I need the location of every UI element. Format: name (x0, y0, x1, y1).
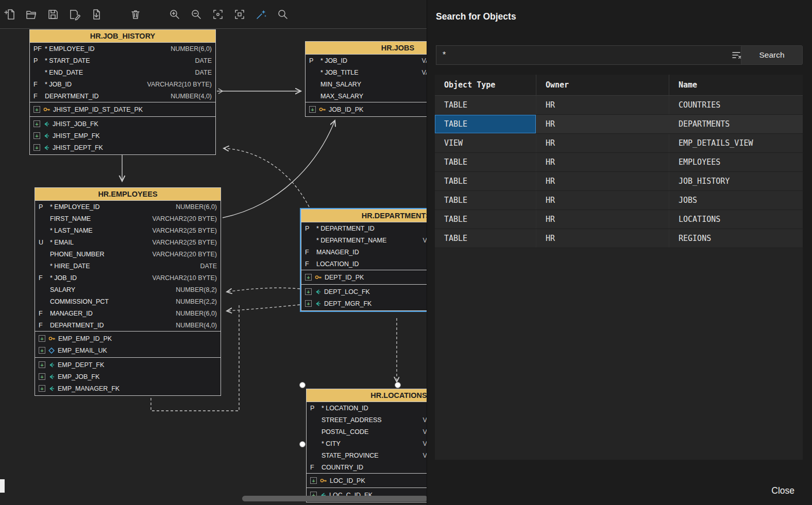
expand-icon[interactable]: + (33, 144, 40, 151)
result-row[interactable]: VIEWHREMP_DETAILS_VIEW (435, 134, 803, 153)
key-flag: P (39, 203, 50, 211)
column-row: P* START_DATEDATE (30, 55, 215, 66)
key-flag: F (310, 464, 322, 471)
zoom-out-button[interactable] (190, 8, 203, 21)
selection-handle[interactable] (395, 382, 401, 388)
column-name: * DEPARTMENT_NAME (316, 237, 386, 244)
result-row[interactable]: TABLEHRJOBS (435, 191, 803, 210)
entity-title: HR.LOCATIONS (307, 389, 427, 402)
column-row: * LAST_NAMEVARCHAR2(25 BYTE) (35, 224, 221, 236)
horizontal-scrollbar[interactable] (0, 495, 427, 502)
zoom-in-button[interactable] (168, 8, 181, 21)
result-owner: HR (536, 172, 669, 190)
col-name[interactable]: Name (669, 75, 803, 95)
result-row[interactable]: TABLEHRDEPARTMENTS (435, 115, 803, 134)
result-row[interactable]: TABLEHRJOB_HISTORY (435, 172, 803, 191)
key-flag: F (39, 322, 50, 329)
search-button[interactable]: Search (741, 45, 803, 65)
column-name: MIN_SALARY (320, 81, 361, 88)
column-type: DATE (190, 69, 212, 76)
expand-icon[interactable]: + (33, 132, 40, 139)
column-type: VARCHAR2(12 BYTE) (418, 428, 427, 436)
constraint-row: +JOB_ID_PK (306, 103, 427, 115)
expand-icon[interactable]: + (39, 361, 45, 368)
column-name: SALARY (50, 286, 75, 293)
auto-layout-wand-button[interactable] (255, 8, 268, 21)
column-row: F* JOB_IDVARCHAR2(10 BYTE) (35, 272, 221, 284)
column-type: NUMBER(6,0) (171, 203, 217, 211)
column-row: PF* EMPLOYEE_IDNUMBER(6,0) (30, 43, 215, 55)
toolbar (0, 0, 427, 29)
expand-icon[interactable]: + (33, 120, 40, 127)
column-row: MIN_SALARYNUMBER(6,0) (306, 78, 427, 90)
col-object-type[interactable]: Object Type (435, 75, 536, 95)
selection-handle[interactable] (300, 382, 306, 388)
expand-icon[interactable]: + (305, 300, 312, 307)
expand-icon[interactable]: + (39, 347, 45, 354)
save-as-button[interactable] (68, 8, 81, 21)
column-name: DEPARTMENT_ID (50, 322, 104, 329)
expand-icon[interactable]: + (309, 106, 316, 113)
column-row: P* JOB_IDVARCHAR2(10 BYTE) (306, 55, 427, 66)
entity-hr-employees[interactable]: HR.EMPLOYEESP* EMPLOYEE_IDNUMBER(6,0)FIR… (35, 187, 221, 396)
delete-button[interactable] (129, 8, 142, 21)
zoom-to-fit-button[interactable] (233, 8, 246, 21)
entity-title: HR.JOBS (306, 42, 427, 55)
expand-icon[interactable]: + (305, 288, 312, 295)
zoom-to-fit-selection-button[interactable] (211, 8, 225, 21)
column-row: FDEPARTMENT_IDNUMBER(4,0) (30, 90, 215, 102)
scrollbar-thumb[interactable] (242, 496, 427, 501)
uk-icon (48, 347, 55, 354)
wire-dept-jhist (224, 148, 309, 207)
column-type: VARCHAR2(25 BYTE) (147, 239, 217, 246)
search-input[interactable] (436, 50, 728, 60)
constraint-row: +EMP_DEPT_FK (35, 359, 221, 371)
constraint-row: +DEPT_LOC_FK (301, 286, 427, 298)
expand-icon[interactable]: + (39, 335, 45, 342)
new-diagram-button[interactable] (3, 8, 16, 21)
result-name: COUNTRIES (669, 96, 803, 114)
constraint-row: +EMP_JOB_FK (35, 371, 221, 382)
column-type: VARCHAR2(25 BYTE) (147, 227, 217, 234)
expand-icon[interactable]: + (305, 274, 312, 281)
column-name: PHONE_NUMBER (50, 251, 105, 258)
result-row[interactable]: TABLEHREMPLOYEES (435, 153, 803, 172)
expand-icon[interactable]: + (310, 477, 317, 484)
column-row: FCOUNTRY_IDCHAR(2 BYTE) (307, 461, 427, 473)
column-name: COUNTRY_ID (322, 464, 363, 471)
result-name: EMPLOYEES (669, 153, 803, 171)
column-row: FMANAGER_IDNUMBER(6,0) (301, 246, 427, 258)
column-row: * DEPARTMENT_NAMEVARCHAR2(30 BYTE) (301, 234, 427, 246)
entity-hr-jobs[interactable]: HR.JOBSP* JOB_IDVARCHAR2(10 BYTE)* JOB_T… (305, 41, 427, 117)
entity-hr-departments[interactable]: HR.DEPARTMENTSP* DEPARTMENT_IDNUMBER(4,0… (301, 209, 427, 311)
expand-icon[interactable]: + (33, 106, 40, 113)
expand-icon[interactable]: + (39, 385, 45, 392)
expand-icon[interactable]: + (39, 373, 45, 380)
export-report-button[interactable] (90, 8, 103, 21)
result-row[interactable]: TABLEHRLOCATIONS (435, 210, 803, 229)
close-button[interactable]: Close (768, 485, 798, 497)
column-name: * START_DATE (45, 57, 90, 64)
result-row[interactable]: TABLEHRREGIONS (435, 229, 803, 248)
key-flag: F (33, 81, 45, 88)
column-row: * END_DATEDATE (30, 66, 215, 78)
column-type: DATE (195, 263, 217, 270)
entity-hr-job-history[interactable]: HR.JOB_HISTORYPF* EMPLOYEE_IDNUMBER(6,0)… (29, 29, 216, 155)
pk-icon (48, 335, 55, 342)
diagram-canvas[interactable]: HR.JOB_HISTORYPF* EMPLOYEE_IDNUMBER(6,0)… (0, 0, 427, 505)
result-row[interactable]: TABLEHRCOUNTRIES (435, 96, 803, 115)
constraint-name: JHIST_EMP_ID_ST_DATE_PK (53, 106, 143, 113)
find-button[interactable] (276, 8, 290, 21)
column-name: * JOB_ID (45, 81, 72, 88)
results-body: TABLEHRCOUNTRIESTABLEHRDEPARTMENTSVIEWHR… (435, 96, 803, 248)
open-button[interactable] (25, 8, 38, 21)
entity-hr-locations[interactable]: HR.LOCATIONSP* LOCATION_IDNUMBER(4,0)STR… (306, 389, 427, 502)
save-button[interactable] (46, 8, 60, 21)
result-object-type: VIEW (435, 134, 536, 152)
wire-dept-emp-2 (227, 305, 300, 311)
selection-handle[interactable] (300, 442, 306, 447)
constraint-row: +LOC_ID_PK (307, 475, 427, 486)
constraint-row: +EMP_EMAIL_UK (35, 344, 221, 356)
column-type: VARCHAR2(35 BYTE) (417, 69, 427, 76)
col-owner[interactable]: Owner (536, 75, 669, 95)
